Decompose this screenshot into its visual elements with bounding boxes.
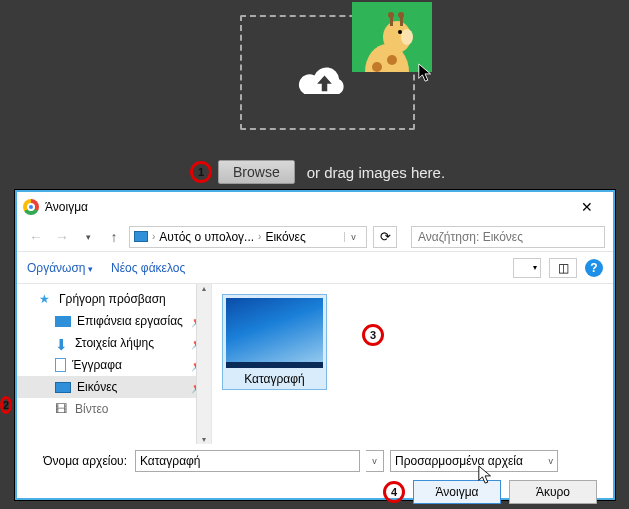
organize-menu[interactable]: Οργάνωση xyxy=(27,261,93,275)
sidebar-item-label: Στοιχεία λήψης xyxy=(75,336,154,350)
chevron-right-icon: › xyxy=(152,231,155,242)
sidebar-item-label: Εικόνες xyxy=(77,380,117,394)
refresh-button[interactable]: ⟳ xyxy=(373,226,397,248)
upload-dropzone[interactable] xyxy=(240,15,415,130)
cursor-icon xyxy=(417,62,435,88)
breadcrumb-2[interactable]: Εικόνες xyxy=(265,230,305,244)
cloud-upload-icon xyxy=(297,62,352,106)
nav-back-button[interactable]: ← xyxy=(25,226,47,248)
file-thumbnail[interactable]: Καταγραφή xyxy=(222,294,327,390)
sidebar-item-label: Επιφάνεια εργασίας xyxy=(77,314,183,328)
annotation-marker-4: 4 xyxy=(383,481,405,503)
view-mode-button[interactable]: ▾ xyxy=(513,258,541,278)
chevron-right-icon: › xyxy=(258,231,261,242)
sidebar-item-downloads[interactable]: ⬇Στοιχεία λήψης📌 xyxy=(17,332,211,354)
browse-button[interactable]: Browse xyxy=(218,160,295,184)
pictures-icon xyxy=(55,382,71,393)
filename-label: Όνομα αρχείου: xyxy=(27,454,127,468)
preview-pane-button[interactable]: ◫ xyxy=(549,258,577,278)
addr-dropdown-icon[interactable]: v xyxy=(344,232,362,242)
file-open-dialog: Άνοιγμα ✕ ← → ▾ ↑ › Αυτός ο υπολογ... › … xyxy=(15,190,615,500)
sidebar-item-label: Έγγραφα xyxy=(72,358,122,372)
filetype-select[interactable]: Προσαρμοσμένα αρχείαv xyxy=(390,450,558,472)
file-name-label: Καταγραφή xyxy=(226,368,323,386)
pictures-icon xyxy=(134,231,148,242)
desktop-icon xyxy=(55,316,71,327)
sidebar-item-videos[interactable]: 🎞Βίντεο xyxy=(17,398,211,420)
sidebar-scrollbar[interactable] xyxy=(196,284,211,444)
filename-input[interactable] xyxy=(135,450,360,472)
nav-recent-button[interactable]: ▾ xyxy=(77,226,99,248)
nav-forward-button[interactable]: → xyxy=(51,226,73,248)
svg-point-9 xyxy=(388,12,394,18)
sidebar-item-desktop[interactable]: Επιφάνεια εργασίας📌 xyxy=(17,310,211,332)
sidebar: ★Γρήγορη πρόσβαση Επιφάνεια εργασίας📌 ⬇Σ… xyxy=(17,284,212,444)
thumbnail-image xyxy=(226,298,323,368)
svg-point-10 xyxy=(398,12,404,18)
video-icon: 🎞 xyxy=(55,402,69,416)
cursor-icon xyxy=(477,464,495,490)
sidebar-item-pictures[interactable]: Εικόνες📌 xyxy=(17,376,211,398)
cancel-button[interactable]: Άκυρο xyxy=(509,480,597,504)
sidebar-item-label: Βίντεο xyxy=(75,402,108,416)
svg-point-3 xyxy=(387,55,397,65)
address-bar[interactable]: › Αυτός ο υπολογ... › Εικόνες v xyxy=(129,226,367,248)
close-icon[interactable]: ✕ xyxy=(567,199,607,215)
annotation-marker-1: 1 xyxy=(190,161,212,183)
download-icon: ⬇ xyxy=(55,336,69,350)
star-icon: ★ xyxy=(39,292,53,306)
breadcrumb-1[interactable]: Αυτός ο υπολογ... xyxy=(159,230,254,244)
annotation-marker-2: 2 xyxy=(0,396,12,414)
nav-up-button[interactable]: ↑ xyxy=(103,226,125,248)
filename-dropdown[interactable]: v xyxy=(366,450,384,472)
file-list-area[interactable]: Καταγραφή 3 xyxy=(212,284,613,444)
thumbnail-icon xyxy=(517,263,529,272)
drag-hint-text: or drag images here. xyxy=(307,164,445,181)
new-folder-button[interactable]: Νέος φάκελος xyxy=(111,261,185,275)
help-icon[interactable]: ? xyxy=(585,259,603,277)
svg-point-6 xyxy=(398,30,402,34)
svg-point-5 xyxy=(401,29,413,45)
chrome-icon xyxy=(23,199,39,215)
search-input[interactable] xyxy=(411,226,605,248)
dialog-titlebar[interactable]: Άνοιγμα ✕ xyxy=(17,192,613,222)
chevron-down-icon: v xyxy=(549,456,554,466)
sidebar-item-documents[interactable]: Έγγραφα📌 xyxy=(17,354,211,376)
annotation-marker-3: 3 xyxy=(362,324,384,346)
filetype-label: Προσαρμοσμένα αρχεία xyxy=(395,454,523,468)
svg-point-4 xyxy=(372,62,382,72)
sidebar-item-quick-access[interactable]: ★Γρήγορη πρόσβαση xyxy=(17,288,211,310)
document-icon xyxy=(55,358,66,372)
dialog-title: Άνοιγμα xyxy=(45,200,88,214)
sidebar-item-label: Γρήγορη πρόσβαση xyxy=(59,292,166,306)
